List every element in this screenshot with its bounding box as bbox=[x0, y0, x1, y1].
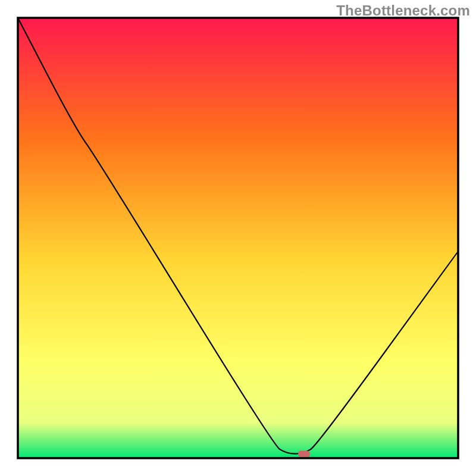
chart-svg bbox=[0, 0, 476, 476]
gradient-background bbox=[18, 18, 458, 458]
watermark-text: TheBottleneck.com bbox=[336, 2, 470, 19]
optimal-marker bbox=[298, 451, 310, 458]
bottleneck-chart: TheBottleneck.com bbox=[0, 0, 476, 476]
